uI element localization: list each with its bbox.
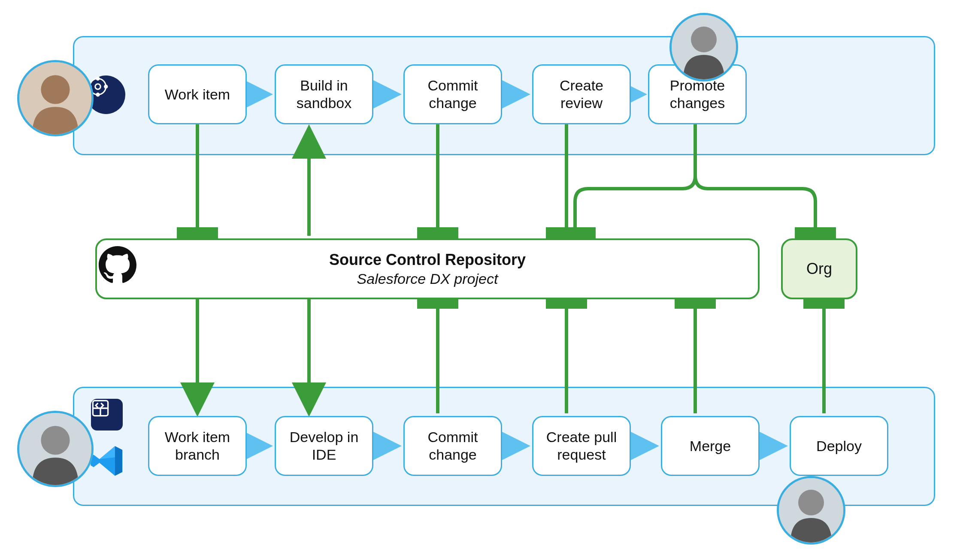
code-panel-icon bbox=[91, 399, 123, 431]
label: Commit change bbox=[410, 77, 496, 112]
svg-point-25 bbox=[97, 77, 99, 80]
svg-point-33 bbox=[41, 75, 70, 104]
label: Create review bbox=[539, 77, 624, 112]
label: Deploy bbox=[816, 437, 862, 455]
github-icon bbox=[99, 246, 142, 289]
vscode-icon bbox=[88, 443, 125, 479]
svg-point-26 bbox=[97, 93, 99, 96]
org-box: Org bbox=[781, 238, 857, 299]
step-build-in-sandbox: Build in sandbox bbox=[275, 64, 373, 124]
repo-title: Source Control Repository bbox=[329, 251, 526, 269]
avatar-admin bbox=[17, 60, 94, 136]
step-create-pull-request: Create pull request bbox=[532, 416, 631, 476]
step-commit-change-top: Commit change bbox=[403, 64, 502, 124]
step-commit-change-bottom: Commit change bbox=[403, 416, 502, 476]
step-merge: Merge bbox=[661, 416, 760, 476]
label: Work item bbox=[165, 86, 230, 103]
step-work-item: Work item bbox=[148, 64, 247, 124]
label: Commit change bbox=[410, 428, 496, 464]
svg-point-23 bbox=[95, 84, 100, 89]
avatar-release-manager-top bbox=[669, 13, 738, 81]
svg-point-37 bbox=[41, 426, 70, 455]
avatar-developer bbox=[17, 411, 94, 487]
step-develop-in-ide: Develop in IDE bbox=[275, 416, 373, 476]
label: Work item branch bbox=[154, 428, 240, 464]
source-control-repository: Source Control Repository Salesforce DX … bbox=[95, 238, 760, 299]
step-deploy: Deploy bbox=[790, 416, 888, 476]
label: Create pull request bbox=[539, 428, 624, 464]
label: Promote changes bbox=[654, 77, 740, 112]
label: Develop in IDE bbox=[281, 428, 367, 464]
org-label: Org bbox=[806, 260, 832, 278]
repo-subtitle: Salesforce DX project bbox=[357, 271, 498, 287]
step-create-review: Create review bbox=[532, 64, 631, 124]
svg-point-28 bbox=[105, 85, 107, 88]
svg-point-39 bbox=[798, 490, 824, 515]
label: Merge bbox=[690, 437, 731, 455]
diagram-canvas: Work item Build in sandbox Commit change… bbox=[0, 0, 954, 560]
step-work-item-branch: Work item branch bbox=[148, 416, 247, 476]
avatar-release-manager-bottom bbox=[777, 476, 845, 545]
svg-point-35 bbox=[691, 27, 717, 52]
label: Build in sandbox bbox=[281, 77, 367, 112]
